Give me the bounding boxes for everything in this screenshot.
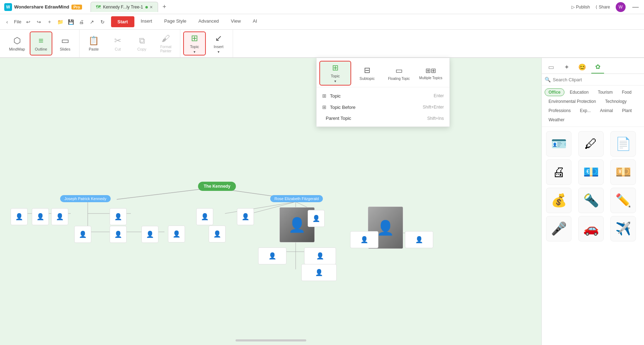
export-button[interactable]: ↗ — [88, 18, 96, 26]
photo-caroline[interactable]: 👤 — [168, 226, 185, 242]
cat-weather[interactable]: Weather — [545, 116, 568, 124]
clipart-euro[interactable]: 💶 — [578, 159, 604, 185]
photo-node-1[interactable]: 👤 — [11, 208, 28, 225]
clipart-lamp[interactable]: 🔦 — [578, 188, 604, 213]
menu-tab-ai[interactable]: AI — [247, 16, 263, 27]
publish-button[interactable]: ▷ Publish — [572, 5, 590, 10]
topic-dropdown-arrow[interactable]: ▼ — [193, 50, 196, 54]
topic-menu-item-multiple[interactable]: ⊞⊞ Multiple Topics — [415, 61, 447, 86]
clipart-money-bag[interactable]: 💰 — [546, 188, 572, 213]
rpanel-tab-shape[interactable]: ▭ — [545, 61, 557, 74]
cat-office[interactable]: Office — [545, 88, 564, 96]
cut-button[interactable]: ✂ Cut — [106, 31, 129, 55]
clipart-mic[interactable]: 🎤 — [546, 216, 572, 241]
rpanel-tab-clipart[interactable]: ✿ — [591, 61, 604, 74]
back-button[interactable]: ‹ — [3, 18, 11, 26]
share-icon: ⟨ — [596, 5, 597, 10]
clipart-printer[interactable]: 🖨 — [546, 159, 572, 185]
format-painter-button[interactable]: 🖌 Format Painter — [155, 31, 177, 55]
redo-button[interactable]: ↪ — [35, 18, 43, 26]
search-input[interactable] — [553, 77, 641, 82]
photo-robert-child-2[interactable]: 👤 — [304, 247, 336, 264]
save-button[interactable]: 💾 — [66, 18, 75, 26]
subtopic-menu-label: Subtopic — [360, 76, 375, 81]
photo-node-2[interactable]: 👤 — [32, 208, 49, 225]
outline-button[interactable]: ≡ Outline — [30, 31, 52, 55]
menu-tab-page-style[interactable]: Page Style — [158, 16, 192, 27]
rpanel-tab-emoji[interactable]: 😊 — [576, 61, 588, 74]
recover-button[interactable]: ↻ — [98, 18, 107, 26]
cat-animal[interactable]: Animal — [596, 107, 617, 115]
photo-node-7[interactable]: 👤 — [141, 226, 158, 243]
menu-tab-start[interactable]: Start — [111, 16, 134, 27]
tab-title: Kennedy F...ly Tree-1 — [103, 5, 143, 10]
user-avatar[interactable]: W — [616, 2, 626, 12]
canvas[interactable]: The Kennedy Joseph Patrick Kennedy Rose … — [0, 58, 541, 345]
share-button[interactable]: ⟨ Share — [596, 5, 610, 10]
copy-button[interactable]: ⧉ Copy — [130, 31, 153, 55]
slides-button[interactable]: ▭ Slides — [54, 31, 76, 55]
clipart-document[interactable]: 📄 — [610, 131, 636, 157]
menu-tab-insert[interactable]: Insert — [135, 16, 158, 27]
open-button[interactable]: 📁 — [56, 18, 64, 26]
photo-node-5[interactable]: 👤 — [74, 226, 91, 243]
photo-node-11[interactable]: 👤 — [308, 210, 325, 227]
subtopic-menu-icon: ⊟ — [364, 66, 370, 75]
clipart-car[interactable]: 🚗 — [578, 216, 604, 241]
right-panel-tabs: ▭ ✦ 😊 ✿ — [542, 58, 644, 74]
rpanel-tab-sparkle[interactable]: ✦ — [560, 61, 573, 74]
paste-button[interactable]: 📋 Paste — [82, 31, 105, 55]
photo-ted-child-2[interactable]: 👤 — [405, 231, 433, 248]
clipart-id-card[interactable]: 🪪 — [546, 131, 572, 157]
horizontal-scrollbar[interactable] — [236, 339, 306, 341]
topic-menu-item-floating[interactable]: ▭ Floating Topic — [383, 61, 415, 86]
active-tab[interactable]: 🗺 Kennedy F...ly Tree-1 × — [91, 2, 158, 12]
cat-tourism[interactable]: Tourism — [594, 88, 616, 96]
photo-robert-child-1[interactable]: 👤 — [258, 247, 286, 264]
cat-technology[interactable]: Technology — [601, 98, 631, 105]
left-parent-node[interactable]: Joseph Patrick Kennedy — [60, 195, 111, 202]
file-label[interactable]: File — [13, 18, 22, 26]
menu-tab-view[interactable]: View — [225, 16, 246, 27]
submenu-parent-topic-label: Parent Topic — [326, 116, 424, 121]
photo-john-jr[interactable]: 👤 — [209, 226, 226, 242]
new-button[interactable]: ＋ — [45, 18, 54, 26]
cat-env-protection[interactable]: Environmental Protection — [545, 98, 600, 105]
mindmap-button[interactable]: ⬡ MindMap — [6, 31, 28, 55]
clipart-yen[interactable]: 💴 — [610, 159, 636, 185]
tab-close-button[interactable]: × — [150, 4, 153, 10]
insert-dropdown-arrow[interactable]: ▼ — [217, 50, 220, 54]
submenu-item-topic[interactable]: ⊞ Topic Enter — [317, 90, 449, 101]
photo-node-8[interactable]: 👤 — [196, 208, 213, 225]
photo-ted-child-1[interactable]: 👤 — [350, 231, 378, 248]
print-button[interactable]: 🖨 — [77, 18, 86, 26]
photo-node-6[interactable]: 👤 — [110, 226, 127, 243]
minimize-button[interactable]: — — [631, 3, 640, 11]
clipart-pencil[interactable]: ✏️ — [610, 188, 636, 213]
multiple-topics-label: Multiple Topics — [419, 76, 442, 80]
undo-button[interactable]: ↩ — [24, 18, 33, 26]
cat-education[interactable]: Education — [566, 88, 592, 96]
clipart-pen[interactable]: 🖊 — [578, 131, 604, 157]
cat-professions[interactable]: Professions — [545, 107, 575, 115]
topic-menu-item-subtopic[interactable]: ⊟ Subtopic — [351, 61, 383, 86]
submenu-item-parent-topic[interactable]: Parent Topic Shift+Ins — [317, 113, 449, 124]
cat-food[interactable]: Food — [618, 88, 635, 96]
submenu-item-topic-before[interactable]: ⊞ Topic Before Shift+Enter — [317, 101, 449, 113]
clipart-plane[interactable]: ✈️ — [610, 216, 636, 241]
topic-icon: ⊞ — [191, 33, 198, 43]
right-parent-node[interactable]: Rose Elizabeth Fitzgerald — [270, 195, 323, 202]
insert-button[interactable]: ↙ Insert ▼ — [207, 31, 230, 55]
menu-tab-advanced[interactable]: Advanced — [193, 16, 225, 27]
cat-exp[interactable]: Exp... — [576, 107, 595, 115]
photo-node-9[interactable]: 👤 — [237, 208, 254, 225]
topic-button[interactable]: ⊞ Topic ▼ — [183, 31, 206, 55]
photo-jp3[interactable]: 👤 — [301, 264, 337, 281]
photo-node-4[interactable]: 👤 — [110, 208, 127, 225]
photo-node-3[interactable]: 👤 — [51, 208, 68, 225]
paste-label: Paste — [89, 47, 99, 51]
topic-menu-item-topic[interactable]: ⊞ Topic ▼ — [319, 61, 351, 86]
central-node[interactable]: The Kennedy — [198, 182, 236, 191]
cat-plant[interactable]: Plant — [618, 107, 636, 115]
add-tab-button[interactable]: + — [159, 2, 169, 12]
